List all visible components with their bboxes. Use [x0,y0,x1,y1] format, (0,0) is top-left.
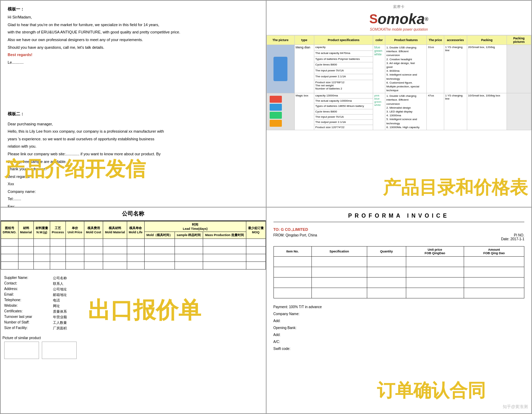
from-label: FROM: [273,233,286,237]
packing-2: 10/Small box, 100/big box [467,93,507,130]
sign4: Xxx [8,181,259,187]
product-image-2 [267,93,294,130]
brand-s-char: S [369,12,378,26]
catalog-table-wrap: The picture type Product specifications … [267,35,532,130]
spec2-cycle: Cycle times B800 [314,109,373,114]
contact-value: 联系人 [53,281,63,286]
spec-input: The input power 5V/1A [314,68,373,74]
catalog-table: The picture type Product specifications … [267,35,532,130]
spec-cycle: Cycle times B800 [314,62,373,68]
telephone-value: 电话 [53,298,60,303]
add-label-2: Add: [273,331,525,338]
table-row [273,267,524,277]
col-unit-price: 单价Unit Price [66,221,84,239]
inv-col-unit-price: Unit priceFOB QingDao [406,246,464,256]
staff-label: Number of Staff: [4,320,46,325]
ac-label: A/C: [273,338,525,345]
picture-label: Picture of similar product [1,334,266,342]
table-row [1,246,266,254]
invoice-pi-section: PI NO. Date: 2017-1-1 [501,233,524,241]
export-quotation-big-text: 出口报价单 [88,295,201,326]
spec2-size: Product size 120*74*22 [314,125,373,130]
col-accessories: accessories [444,36,467,45]
para6: years 's experience. so we want to avail… [8,136,259,142]
para5: Hello, this is Lily Lee from xxx company… [8,128,259,135]
turnover-value: 年营业额 [53,315,67,320]
facility-label: Size of Facility: [4,326,46,331]
brand-registered-symbol: ® [425,16,428,22]
accessories-1: 1 YS chargingline [444,45,467,93]
pi-no: PI NO. [501,233,524,237]
order-confirm-big-text: 订单确认合同 [377,378,486,403]
payment-terms: Payment: 100% T/T in advance [273,304,525,311]
col-mold-time: Mold（模具时间） [144,232,175,239]
supplier-name-value: 公司名称 [53,276,67,281]
staff-value: 工人数量 [53,320,67,325]
col-picture: The picture [267,36,294,45]
spec-battery-type: Types of batteries Polymer batteries [314,56,373,62]
col-features: Product features [385,36,427,45]
company-title: 公司名称 [1,208,266,221]
email-value: 邮箱地址 [53,292,67,297]
table-row [1,254,266,261]
col-type: type [294,36,314,45]
inv-col-item: Item No. [273,246,311,256]
company-name-label: Company Name: [273,311,525,318]
spec2-battery: Types of batteries 18650 lithium battery [314,104,373,109]
invoice-to-section: TO: G CO.,LIMITED [273,227,525,232]
spec2-output: The output power 2.1/1A [314,119,373,125]
packing-1: 20/Small box, 120/big [467,45,507,93]
para2: with the strength of ERU&USA ANTIQUE FUR… [8,29,259,36]
similar-product-pic-1 [4,342,39,359]
spec2-actual: The actual capacity 10000ma [314,99,373,104]
spec-capacity-label: capacity [314,45,373,51]
template1-title: 模板一： [8,6,259,13]
website-value: 网址 [53,304,60,308]
col-moq: 最少起订量MOQ [246,221,265,239]
spec-actual-capacity: The actual capacity 8470ma [314,50,373,56]
certificates-label: Certificates: [4,309,46,314]
product-intro-big-text: 产品介绍开发信 [4,159,146,179]
col-mold-cost: 模具费用Mold Cost [84,221,103,239]
para3: Also we have our own professional design… [8,37,259,43]
greeting2: Dear purchasing manager, [8,121,259,127]
price-1: 31us [427,45,444,93]
invoice-from-section: FROM: Qingdao Port, China PI NO. Date: 2… [273,233,525,241]
invoice-to-value: G CO.,LIMITED [281,227,308,232]
website-label: Website: [4,304,46,308]
spec2-input: The input power 5V/1A [314,114,373,119]
product-catalog-panel: 索摩卡 Somoka® SOMOKAThe mobile power quota… [267,1,532,207]
col-packing: Packing [467,36,507,45]
brand-chinese: 索摩卡 [270,4,528,9]
address-value: 公司地址 [53,287,67,292]
para1: Glad to hear that you're on the market f… [8,22,259,28]
facility-value: 厂房面积 [53,326,67,331]
proforma-invoice-panel: PROFORMA INVOICE TO: G CO.,LIMITED FROM:… [267,208,532,414]
table-row: Meng dian capacity bluegreenwhite 1. Dou… [267,45,531,51]
col-process: 工艺Process [50,221,65,239]
table-row [273,277,524,288]
quote-table-wrap: 图纸号DRW.NO. 材料Material 材料重量N.W.(g) 工艺Proc… [1,221,266,270]
invoice-title: PROFORMA INVOICE [273,213,525,222]
packing-image-2 [507,93,531,130]
address-label: Address: [4,287,46,292]
col-lead-time: 时间Lead Time(days) [144,221,246,232]
telephone-label: Telephone: [4,298,46,303]
invoice-footer: Payment: 100% T/T in advance Company Nam… [273,304,525,352]
col-packing-pictures: Packing pictures [507,36,531,45]
col-sample-time: sample 样品时间 [175,232,203,239]
contact-label: Contact: [4,281,46,286]
table-row: Magic box capacity 13000ma pinkbluegreen… [267,93,531,99]
export-quotation-panel: 公司名称 图纸号DRW.NO. 材料Material 材料重量N.W.(g) 工… [1,208,266,414]
certificates-value: 质量体系 [53,309,67,314]
template2-title: 模板二： [8,111,259,117]
catalog-big-text: 产品目录和价格表 [383,175,528,200]
from-value: Qingdao Port, China [286,233,317,237]
price-2: 47us [427,93,444,130]
opening-bank-label: Opening Bank: [273,325,525,331]
address-row: Address: 公司地址 [4,287,262,292]
watermark: 知乎@黄淮测 [503,404,528,410]
sign1: Best regards! [8,52,259,58]
table-row [273,288,524,298]
table-row [1,261,266,269]
